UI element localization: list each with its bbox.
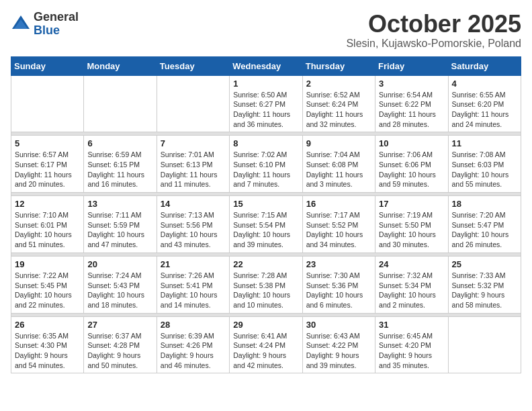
- day-info: Sunrise: 7:17 AM Sunset: 5:52 PM Dayligh…: [306, 210, 371, 250]
- week-row: 1Sunrise: 6:50 AM Sunset: 6:27 PM Daylig…: [11, 75, 521, 132]
- calendar-day: 24Sunrise: 7:32 AM Sunset: 5:34 PM Dayli…: [375, 256, 448, 313]
- day-number: 7: [161, 138, 226, 148]
- week-row: 26Sunrise: 6:35 AM Sunset: 4:30 PM Dayli…: [11, 316, 521, 373]
- day-info: Sunrise: 7:26 AM Sunset: 5:41 PM Dayligh…: [161, 271, 226, 310]
- calendar-day: 6Sunrise: 6:59 AM Sunset: 6:15 PM Daylig…: [84, 136, 157, 193]
- day-of-week-header: Wednesday: [230, 56, 302, 75]
- week-row: 5Sunrise: 6:57 AM Sunset: 6:17 PM Daylig…: [11, 136, 521, 193]
- day-info: Sunrise: 6:59 AM Sunset: 6:15 PM Dayligh…: [87, 150, 152, 189]
- day-number: 20: [87, 259, 152, 269]
- day-number: 18: [452, 199, 517, 209]
- calendar-day: 5Sunrise: 6:57 AM Sunset: 6:17 PM Daylig…: [11, 136, 84, 193]
- day-of-week-header: Saturday: [448, 56, 521, 75]
- calendar-day: 7Sunrise: 7:01 AM Sunset: 6:13 PM Daylig…: [157, 136, 229, 193]
- day-info: Sunrise: 7:06 AM Sunset: 6:06 PM Dayligh…: [379, 150, 444, 189]
- calendar-day: 22Sunrise: 7:28 AM Sunset: 5:38 PM Dayli…: [230, 256, 302, 313]
- day-number: 22: [233, 259, 298, 269]
- month-title: October 2025: [346, 11, 521, 38]
- calendar-day: 30Sunrise: 6:43 AM Sunset: 4:22 PM Dayli…: [302, 316, 375, 373]
- calendar-day: 18Sunrise: 7:20 AM Sunset: 5:47 PM Dayli…: [448, 196, 521, 253]
- day-number: 12: [15, 199, 80, 209]
- day-number: 11: [452, 138, 517, 148]
- day-number: 28: [161, 320, 226, 330]
- day-info: Sunrise: 7:24 AM Sunset: 5:43 PM Dayligh…: [87, 271, 152, 310]
- day-info: Sunrise: 7:13 AM Sunset: 5:56 PM Dayligh…: [161, 210, 226, 250]
- day-info: Sunrise: 6:50 AM Sunset: 6:27 PM Dayligh…: [233, 90, 298, 130]
- day-number: 4: [452, 79, 517, 89]
- calendar-day: 29Sunrise: 6:41 AM Sunset: 4:24 PM Dayli…: [230, 316, 302, 373]
- day-info: Sunrise: 7:30 AM Sunset: 5:36 PM Dayligh…: [306, 271, 371, 310]
- calendar-day: 9Sunrise: 7:04 AM Sunset: 6:08 PM Daylig…: [302, 136, 375, 193]
- page-header: General Blue October 2025 Slesin, Kujaws…: [11, 11, 521, 50]
- logo-icon: [11, 14, 31, 34]
- empty-day: [11, 75, 84, 132]
- day-info: Sunrise: 6:52 AM Sunset: 6:24 PM Dayligh…: [306, 90, 371, 130]
- week-row: 19Sunrise: 7:22 AM Sunset: 5:45 PM Dayli…: [11, 256, 521, 313]
- day-info: Sunrise: 6:41 AM Sunset: 4:24 PM Dayligh…: [233, 331, 298, 371]
- calendar-table: SundayMondayTuesdayWednesdayThursdayFrid…: [11, 56, 521, 374]
- calendar-day: 11Sunrise: 7:08 AM Sunset: 6:03 PM Dayli…: [448, 136, 521, 193]
- day-number: 2: [306, 79, 371, 89]
- day-info: Sunrise: 7:02 AM Sunset: 6:10 PM Dayligh…: [233, 150, 298, 189]
- day-info: Sunrise: 7:32 AM Sunset: 5:34 PM Dayligh…: [379, 271, 444, 310]
- day-number: 5: [15, 138, 80, 148]
- day-info: Sunrise: 6:39 AM Sunset: 4:26 PM Dayligh…: [161, 331, 226, 371]
- day-number: 16: [306, 199, 371, 209]
- location-subtitle: Slesin, Kujawsko-Pomorskie, Poland: [346, 38, 521, 50]
- day-number: 9: [306, 138, 371, 148]
- empty-day: [84, 75, 157, 132]
- day-info: Sunrise: 7:04 AM Sunset: 6:08 PM Dayligh…: [306, 150, 371, 189]
- day-info: Sunrise: 7:15 AM Sunset: 5:54 PM Dayligh…: [233, 210, 298, 250]
- calendar-day: 1Sunrise: 6:50 AM Sunset: 6:27 PM Daylig…: [230, 75, 302, 132]
- day-info: Sunrise: 7:20 AM Sunset: 5:47 PM Dayligh…: [452, 210, 517, 250]
- calendar-header-row: SundayMondayTuesdayWednesdayThursdayFrid…: [11, 56, 521, 75]
- day-info: Sunrise: 7:08 AM Sunset: 6:03 PM Dayligh…: [452, 150, 517, 189]
- calendar-day: 10Sunrise: 7:06 AM Sunset: 6:06 PM Dayli…: [375, 136, 448, 193]
- calendar-day: 17Sunrise: 7:19 AM Sunset: 5:50 PM Dayli…: [375, 196, 448, 253]
- calendar-day: 8Sunrise: 7:02 AM Sunset: 6:10 PM Daylig…: [230, 136, 302, 193]
- day-number: 8: [233, 138, 298, 148]
- calendar-day: 26Sunrise: 6:35 AM Sunset: 4:30 PM Dayli…: [11, 316, 84, 373]
- day-of-week-header: Sunday: [11, 56, 84, 75]
- day-number: 19: [15, 259, 80, 269]
- day-number: 10: [379, 138, 444, 148]
- day-number: 1: [233, 79, 298, 89]
- day-info: Sunrise: 6:45 AM Sunset: 4:20 PM Dayligh…: [379, 331, 444, 371]
- day-number: 23: [306, 259, 371, 269]
- day-info: Sunrise: 6:54 AM Sunset: 6:22 PM Dayligh…: [379, 90, 444, 130]
- day-number: 27: [87, 320, 152, 330]
- day-number: 21: [161, 259, 226, 269]
- day-number: 13: [87, 199, 152, 209]
- empty-day: [157, 75, 229, 132]
- day-number: 3: [379, 79, 444, 89]
- day-number: 6: [87, 138, 152, 148]
- day-number: 31: [379, 320, 444, 330]
- day-of-week-header: Tuesday: [157, 56, 229, 75]
- day-of-week-header: Monday: [84, 56, 157, 75]
- calendar-day: 31Sunrise: 6:45 AM Sunset: 4:20 PM Dayli…: [375, 316, 448, 373]
- calendar-day: 25Sunrise: 7:33 AM Sunset: 5:32 PM Dayli…: [448, 256, 521, 313]
- calendar-day: 14Sunrise: 7:13 AM Sunset: 5:56 PM Dayli…: [157, 196, 229, 253]
- day-number: 30: [306, 320, 371, 330]
- day-info: Sunrise: 6:55 AM Sunset: 6:20 PM Dayligh…: [452, 90, 517, 130]
- calendar-day: 28Sunrise: 6:39 AM Sunset: 4:26 PM Dayli…: [157, 316, 229, 373]
- calendar-day: 15Sunrise: 7:15 AM Sunset: 5:54 PM Dayli…: [230, 196, 302, 253]
- day-of-week-header: Thursday: [302, 56, 375, 75]
- logo: General Blue: [11, 11, 79, 38]
- calendar-day: 4Sunrise: 6:55 AM Sunset: 6:20 PM Daylig…: [448, 75, 521, 132]
- calendar-day: 2Sunrise: 6:52 AM Sunset: 6:24 PM Daylig…: [302, 75, 375, 132]
- day-info: Sunrise: 6:57 AM Sunset: 6:17 PM Dayligh…: [15, 150, 80, 189]
- day-info: Sunrise: 7:11 AM Sunset: 5:59 PM Dayligh…: [87, 210, 152, 250]
- day-info: Sunrise: 6:35 AM Sunset: 4:30 PM Dayligh…: [15, 331, 80, 371]
- calendar-day: 16Sunrise: 7:17 AM Sunset: 5:52 PM Dayli…: [302, 196, 375, 253]
- day-info: Sunrise: 7:01 AM Sunset: 6:13 PM Dayligh…: [161, 150, 226, 189]
- calendar-day: 23Sunrise: 7:30 AM Sunset: 5:36 PM Dayli…: [302, 256, 375, 313]
- day-number: 14: [161, 199, 226, 209]
- calendar-day: 13Sunrise: 7:11 AM Sunset: 5:59 PM Dayli…: [84, 196, 157, 253]
- empty-day: [448, 316, 521, 373]
- week-row: 12Sunrise: 7:10 AM Sunset: 6:01 PM Dayli…: [11, 196, 521, 253]
- calendar-day: 20Sunrise: 7:24 AM Sunset: 5:43 PM Dayli…: [84, 256, 157, 313]
- logo-blue-text: Blue: [34, 24, 60, 37]
- day-number: 25: [452, 259, 517, 269]
- day-number: 15: [233, 199, 298, 209]
